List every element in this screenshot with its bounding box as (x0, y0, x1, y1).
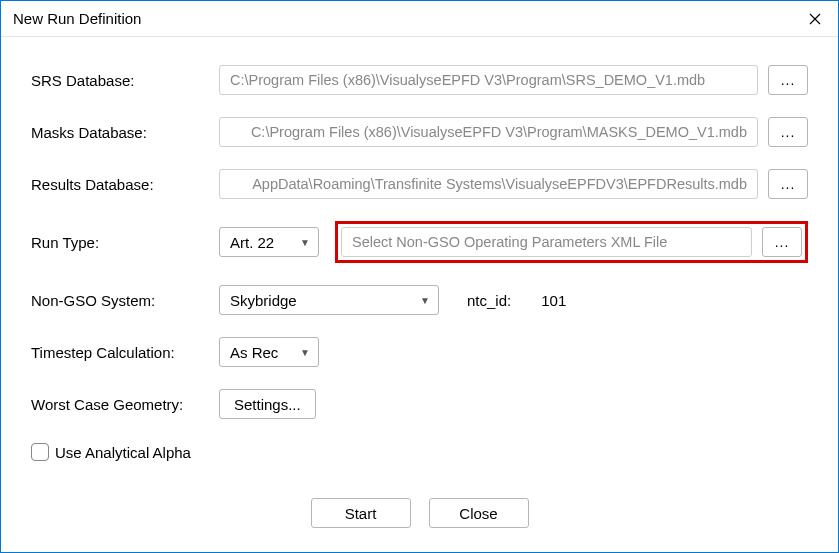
masks-database-input[interactable]: C:\Program Files (x86)\VisualyseEPFD V3\… (219, 117, 758, 147)
close-button[interactable]: Close (429, 498, 529, 528)
results-browse-button[interactable]: ... (768, 169, 808, 199)
chevron-down-icon: ▼ (300, 237, 310, 248)
xml-highlight-group: Select Non-GSO Operating Parameters XML … (335, 221, 808, 263)
dialog-body: SRS Database: C:\Program Files (x86)\Vis… (1, 37, 838, 552)
timestep-select[interactable]: As Rec ▼ (219, 337, 319, 367)
runtype-value: Art. 22 (230, 234, 274, 251)
xml-file-input[interactable]: Select Non-GSO Operating Parameters XML … (341, 227, 752, 257)
runtype-select[interactable]: Art. 22 ▼ (219, 227, 319, 257)
wcg-settings-button[interactable]: Settings... (219, 389, 316, 419)
analytical-alpha-label: Use Analytical Alpha (55, 444, 191, 461)
timestep-value: As Rec (230, 344, 278, 361)
srs-label: SRS Database: (31, 72, 219, 89)
ngso-label: Non-GSO System: (31, 292, 219, 309)
ngso-select[interactable]: Skybridge ▼ (219, 285, 439, 315)
wcg-label: Worst Case Geometry: (31, 396, 219, 413)
xml-browse-button[interactable]: ... (762, 227, 802, 257)
window-title: New Run Definition (13, 10, 792, 27)
srs-database-input[interactable]: C:\Program Files (x86)\VisualyseEPFD V3\… (219, 65, 758, 95)
analytical-alpha-checkbox[interactable] (31, 443, 49, 461)
titlebar: New Run Definition (1, 1, 838, 37)
masks-browse-button[interactable]: ... (768, 117, 808, 147)
dialog-window: New Run Definition SRS Database: C:\Prog… (0, 0, 839, 553)
ngso-value: Skybridge (230, 292, 297, 309)
runtype-label: Run Type: (31, 234, 219, 251)
masks-label: Masks Database: (31, 124, 219, 141)
srs-browse-button[interactable]: ... (768, 65, 808, 95)
ntc-id-label: ntc_id: (467, 292, 511, 309)
results-database-input[interactable]: AppData\Roaming\Transfinite Systems\Visu… (219, 169, 758, 199)
chevron-down-icon: ▼ (420, 295, 430, 306)
ntc-id-value: 101 (541, 292, 566, 309)
timestep-label: Timestep Calculation: (31, 344, 219, 361)
close-icon[interactable] (792, 1, 838, 37)
chevron-down-icon: ▼ (300, 347, 310, 358)
footer: Start Close (31, 498, 808, 534)
results-label: Results Database: (31, 176, 219, 193)
start-button[interactable]: Start (311, 498, 411, 528)
